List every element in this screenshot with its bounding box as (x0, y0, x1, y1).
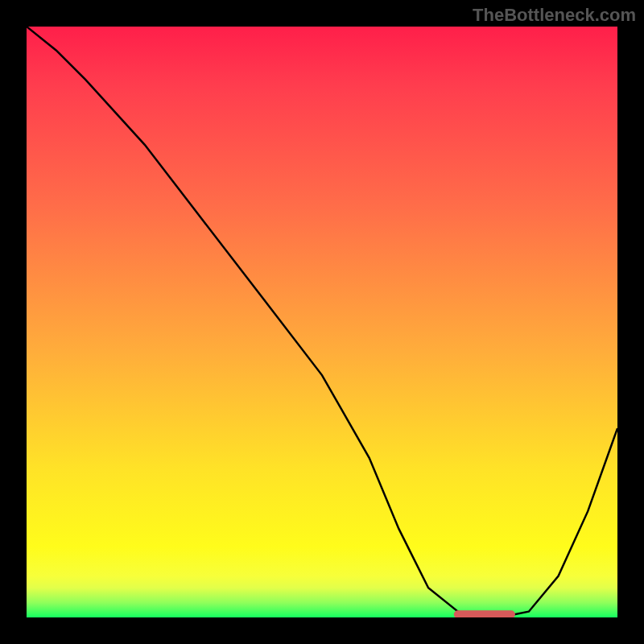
plot-area (27, 27, 617, 617)
bottleneck-curve (27, 27, 617, 617)
chart-container: TheBottleneck.com (0, 0, 644, 644)
watermark-text: TheBottleneck.com (473, 5, 636, 26)
curve-svg (27, 27, 617, 617)
